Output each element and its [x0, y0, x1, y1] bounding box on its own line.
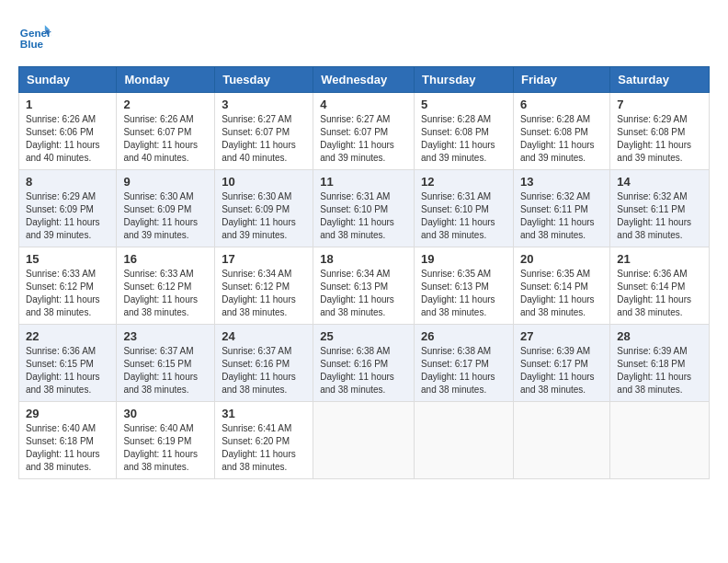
calendar-day-cell: 30 Sunrise: 6:40 AMSunset: 6:19 PMDaylig…: [117, 402, 215, 479]
cell-info: Sunrise: 6:36 AMSunset: 6:14 PMDaylight:…: [617, 269, 691, 317]
cell-info: Sunrise: 6:35 AMSunset: 6:13 PMDaylight:…: [421, 269, 495, 317]
day-number: 8: [26, 175, 109, 189]
calendar-day-cell: 8 Sunrise: 6:29 AMSunset: 6:09 PMDayligh…: [19, 170, 117, 247]
calendar-week-row: 8 Sunrise: 6:29 AMSunset: 6:09 PMDayligh…: [19, 170, 710, 247]
calendar-day-cell: 23 Sunrise: 6:37 AMSunset: 6:15 PMDaylig…: [117, 325, 215, 402]
day-number: 1: [26, 98, 109, 111]
cell-info: Sunrise: 6:26 AMSunset: 6:07 PMDaylight:…: [123, 114, 198, 163]
day-number: 26: [421, 329, 506, 343]
calendar-day-cell: 4 Sunrise: 6:27 AMSunset: 6:07 PMDayligh…: [313, 93, 415, 170]
day-number: 2: [123, 98, 208, 111]
cell-info: Sunrise: 6:27 AMSunset: 6:07 PMDaylight:…: [320, 114, 394, 163]
day-number: 18: [320, 252, 407, 266]
cell-info: Sunrise: 6:34 AMSunset: 6:12 PMDaylight:…: [222, 269, 296, 317]
calendar-day-cell: 5 Sunrise: 6:28 AMSunset: 6:08 PMDayligh…: [415, 93, 514, 170]
day-number: 12: [421, 175, 506, 189]
cell-info: Sunrise: 6:40 AMSunset: 6:18 PMDaylight:…: [26, 423, 100, 472]
calendar-day-cell: 1 Sunrise: 6:26 AMSunset: 6:06 PMDayligh…: [19, 93, 117, 170]
cell-info: Sunrise: 6:33 AMSunset: 6:12 PMDaylight:…: [123, 269, 198, 317]
calendar-day-cell: 21 Sunrise: 6:36 AMSunset: 6:14 PMDaylig…: [610, 247, 710, 325]
cell-info: Sunrise: 6:39 AMSunset: 6:17 PMDaylight:…: [520, 346, 595, 395]
day-number: 24: [222, 329, 306, 343]
cell-info: Sunrise: 6:31 AMSunset: 6:10 PMDaylight:…: [421, 191, 495, 240]
calendar-table: SundayMondayTuesdayWednesdayThursdayFrid…: [18, 66, 710, 479]
cell-info: Sunrise: 6:32 AMSunset: 6:11 PMDaylight:…: [520, 191, 595, 240]
cell-info: Sunrise: 6:33 AMSunset: 6:12 PMDaylight:…: [26, 269, 100, 317]
calendar-day-cell: 3 Sunrise: 6:27 AMSunset: 6:07 PMDayligh…: [215, 93, 313, 170]
calendar-day-cell: 19 Sunrise: 6:35 AMSunset: 6:13 PMDaylig…: [415, 247, 514, 325]
calendar-day-cell: 28 Sunrise: 6:39 AMSunset: 6:18 PMDaylig…: [610, 325, 710, 402]
cell-info: Sunrise: 6:34 AMSunset: 6:13 PMDaylight:…: [320, 269, 394, 317]
calendar-day-cell: [313, 402, 415, 479]
cell-info: Sunrise: 6:37 AMSunset: 6:16 PMDaylight:…: [222, 346, 296, 395]
calendar-day-cell: 11 Sunrise: 6:31 AMSunset: 6:10 PMDaylig…: [313, 170, 415, 247]
calendar-day-cell: 2 Sunrise: 6:26 AMSunset: 6:07 PMDayligh…: [117, 93, 215, 170]
day-number: 13: [520, 175, 603, 189]
calendar-week-row: 29 Sunrise: 6:40 AMSunset: 6:18 PMDaylig…: [19, 402, 710, 479]
day-number: 29: [26, 407, 109, 420]
calendar-day-cell: 14 Sunrise: 6:32 AMSunset: 6:11 PMDaylig…: [610, 170, 710, 247]
day-number: 28: [617, 329, 702, 343]
cell-info: Sunrise: 6:28 AMSunset: 6:08 PMDaylight:…: [520, 114, 595, 163]
calendar-day-cell: 27 Sunrise: 6:39 AMSunset: 6:17 PMDaylig…: [513, 325, 609, 402]
calendar-day-cell: 17 Sunrise: 6:34 AMSunset: 6:12 PMDaylig…: [215, 247, 313, 325]
day-number: 21: [617, 252, 702, 266]
calendar-day-cell: 31 Sunrise: 6:41 AMSunset: 6:20 PMDaylig…: [215, 402, 313, 479]
logo: General Blue: [18, 18, 57, 52]
day-number: 4: [320, 98, 407, 111]
day-number: 30: [123, 407, 208, 420]
weekday-header: Thursday: [415, 67, 514, 93]
day-number: 25: [320, 329, 407, 343]
cell-info: Sunrise: 6:30 AMSunset: 6:09 PMDaylight:…: [123, 191, 198, 240]
calendar-day-cell: 13 Sunrise: 6:32 AMSunset: 6:11 PMDaylig…: [513, 170, 609, 247]
cell-info: Sunrise: 6:28 AMSunset: 6:08 PMDaylight:…: [421, 114, 495, 163]
cell-info: Sunrise: 6:39 AMSunset: 6:18 PMDaylight:…: [617, 346, 691, 395]
cell-info: Sunrise: 6:41 AMSunset: 6:20 PMDaylight:…: [222, 423, 296, 472]
calendar-day-cell: 10 Sunrise: 6:30 AMSunset: 6:09 PMDaylig…: [215, 170, 313, 247]
day-number: 16: [123, 252, 208, 266]
day-number: 6: [520, 98, 603, 111]
day-number: 27: [520, 329, 603, 343]
weekday-header: Wednesday: [313, 67, 415, 93]
cell-info: Sunrise: 6:36 AMSunset: 6:15 PMDaylight:…: [26, 346, 100, 395]
weekday-header: Saturday: [610, 67, 710, 93]
calendar-header-row: SundayMondayTuesdayWednesdayThursdayFrid…: [19, 67, 710, 93]
cell-info: Sunrise: 6:31 AMSunset: 6:10 PMDaylight:…: [320, 191, 394, 240]
cell-info: Sunrise: 6:29 AMSunset: 6:09 PMDaylight:…: [26, 191, 100, 240]
day-number: 9: [123, 175, 208, 189]
day-number: 23: [123, 329, 208, 343]
calendar-day-cell: 24 Sunrise: 6:37 AMSunset: 6:16 PMDaylig…: [215, 325, 313, 402]
calendar-day-cell: 22 Sunrise: 6:36 AMSunset: 6:15 PMDaylig…: [19, 325, 117, 402]
weekday-header: Monday: [117, 67, 215, 93]
cell-info: Sunrise: 6:38 AMSunset: 6:17 PMDaylight:…: [421, 346, 495, 395]
day-number: 22: [26, 329, 109, 343]
calendar-day-cell: 29 Sunrise: 6:40 AMSunset: 6:18 PMDaylig…: [19, 402, 117, 479]
calendar-day-cell: 18 Sunrise: 6:34 AMSunset: 6:13 PMDaylig…: [313, 247, 415, 325]
day-number: 15: [26, 252, 109, 266]
cell-info: Sunrise: 6:27 AMSunset: 6:07 PMDaylight:…: [222, 114, 296, 163]
day-number: 10: [222, 175, 306, 189]
calendar-day-cell: 26 Sunrise: 6:38 AMSunset: 6:17 PMDaylig…: [415, 325, 514, 402]
cell-info: Sunrise: 6:38 AMSunset: 6:16 PMDaylight:…: [320, 346, 394, 395]
calendar-day-cell: 16 Sunrise: 6:33 AMSunset: 6:12 PMDaylig…: [117, 247, 215, 325]
day-number: 5: [421, 98, 506, 111]
calendar-week-row: 1 Sunrise: 6:26 AMSunset: 6:06 PMDayligh…: [19, 93, 710, 170]
calendar-day-cell: 12 Sunrise: 6:31 AMSunset: 6:10 PMDaylig…: [415, 170, 514, 247]
day-number: 31: [222, 407, 306, 420]
calendar-day-cell: 9 Sunrise: 6:30 AMSunset: 6:09 PMDayligh…: [117, 170, 215, 247]
weekday-header: Tuesday: [215, 67, 313, 93]
day-number: 14: [617, 175, 702, 189]
day-number: 3: [222, 98, 306, 111]
day-number: 20: [520, 252, 603, 266]
cell-info: Sunrise: 6:32 AMSunset: 6:11 PMDaylight:…: [617, 191, 691, 240]
calendar-week-row: 22 Sunrise: 6:36 AMSunset: 6:15 PMDaylig…: [19, 325, 710, 402]
calendar-day-cell: [415, 402, 514, 479]
cell-info: Sunrise: 6:29 AMSunset: 6:08 PMDaylight:…: [617, 114, 691, 163]
cell-info: Sunrise: 6:30 AMSunset: 6:09 PMDaylight:…: [222, 191, 296, 240]
weekday-header: Sunday: [19, 67, 117, 93]
cell-info: Sunrise: 6:37 AMSunset: 6:15 PMDaylight:…: [123, 346, 198, 395]
svg-text:Blue: Blue: [20, 38, 44, 50]
page-header: General Blue: [18, 18, 710, 52]
calendar-week-row: 15 Sunrise: 6:33 AMSunset: 6:12 PMDaylig…: [19, 247, 710, 325]
calendar-day-cell: 7 Sunrise: 6:29 AMSunset: 6:08 PMDayligh…: [610, 93, 710, 170]
